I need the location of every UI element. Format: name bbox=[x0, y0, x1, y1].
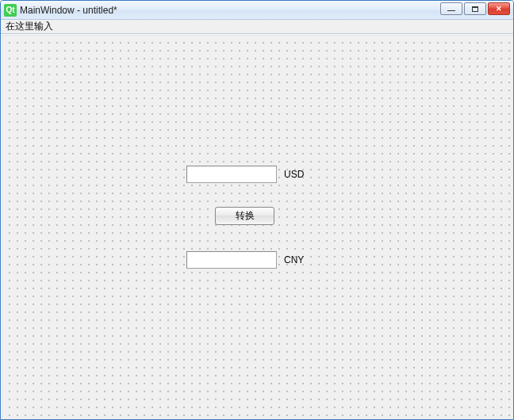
qt-logo-icon: Qt bbox=[4, 4, 17, 17]
window-title: MainWindow - untitled* bbox=[20, 5, 117, 16]
usd-input[interactable] bbox=[186, 166, 277, 183]
usd-label: USD bbox=[284, 169, 304, 180]
cny-input[interactable] bbox=[186, 251, 277, 269]
designer-canvas[interactable]: USD 转换 CNY bbox=[2, 35, 514, 420]
menubar-type-here[interactable]: 在这里输入 bbox=[6, 20, 53, 33]
titlebar: Qt MainWindow - untitled* ✕ bbox=[1, 1, 513, 20]
window-controls: ✕ bbox=[440, 2, 510, 15]
close-button[interactable]: ✕ bbox=[488, 2, 510, 15]
maximize-icon bbox=[472, 6, 478, 12]
main-window: Qt MainWindow - untitled* ✕ 在这里输入 USD 转换… bbox=[0, 0, 514, 420]
convert-button[interactable]: 转换 bbox=[215, 207, 274, 225]
minimize-button[interactable] bbox=[440, 2, 462, 15]
maximize-button[interactable] bbox=[464, 2, 486, 15]
menubar[interactable]: 在这里输入 bbox=[1, 20, 513, 34]
minimize-icon bbox=[447, 10, 455, 11]
close-icon: ✕ bbox=[496, 5, 502, 13]
cny-label: CNY bbox=[284, 254, 304, 265]
